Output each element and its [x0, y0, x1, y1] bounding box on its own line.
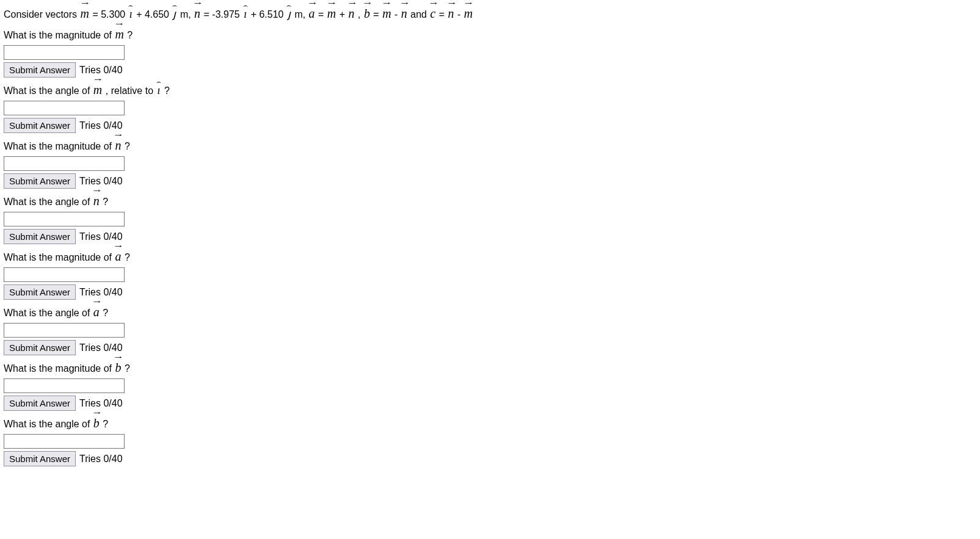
question-block-8: What is the angle of b ? Submit Answer T…	[4, 413, 976, 466]
question-label: ?	[125, 252, 130, 262]
intro-text: =	[318, 9, 327, 20]
question-label: What is the magnitude of	[4, 30, 114, 40]
answer-input-5[interactable]	[4, 267, 125, 282]
vector-n-icon: n	[401, 4, 408, 23]
vector-n-icon: n	[348, 4, 355, 23]
unit-i-icon: ı	[128, 5, 134, 23]
submit-button-8[interactable]: Submit Answer	[4, 451, 76, 466]
submit-button-4[interactable]: Submit Answer	[4, 229, 76, 244]
question-block-5: What is the magnitude of a ? Submit Answ…	[4, 247, 976, 300]
question-8-prompt: What is the angle of b ?	[4, 413, 976, 433]
unit-j-icon: ȷ	[172, 5, 177, 23]
submit-button-5[interactable]: Submit Answer	[4, 284, 76, 300]
submit-button-6[interactable]: Submit Answer	[4, 340, 76, 355]
question-7-prompt: What is the magnitude of b ?	[4, 358, 976, 377]
vector-a-icon: a	[308, 4, 316, 23]
intro-text: +	[339, 9, 348, 20]
vector-m-icon: m	[327, 4, 336, 23]
question-label: What is the angle of	[4, 419, 93, 429]
vector-a-icon: a	[93, 302, 100, 322]
question-label: What is the magnitude of	[4, 252, 114, 262]
question-label: ?	[103, 197, 108, 207]
answer-input-3[interactable]	[4, 156, 125, 171]
intro-text: and	[410, 9, 429, 20]
vector-m-icon: m	[80, 4, 90, 23]
question-block-1: What is the magnitude of m ? Submit Answ…	[4, 24, 976, 78]
answer-input-7[interactable]	[4, 378, 125, 393]
vector-m-icon: m	[463, 4, 473, 23]
question-block-6: What is the angle of a ? Submit Answer T…	[4, 302, 976, 355]
intro-text: =	[373, 9, 382, 20]
question-label: ?	[125, 363, 130, 374]
answer-input-6[interactable]	[4, 323, 125, 338]
vector-m-icon: m	[114, 24, 124, 44]
submit-button-1[interactable]: Submit Answer	[4, 62, 76, 78]
vector-n-icon: n	[114, 136, 122, 155]
vector-n-icon: n	[194, 4, 201, 23]
answer-input-8[interactable]	[4, 434, 125, 449]
question-label: What is the angle of	[4, 197, 93, 207]
answer-input-1[interactable]	[4, 45, 125, 60]
problem-intro: Consider vectors m = 5.300 ı + 4.650 ȷ m…	[4, 4, 976, 23]
vector-n-icon: n	[448, 4, 455, 23]
question-5-prompt: What is the magnitude of a ?	[4, 247, 976, 266]
question-label: ?	[164, 85, 170, 96]
vector-m-icon: m	[382, 4, 391, 23]
question-label: What is the magnitude of	[4, 141, 114, 151]
question-block-7: What is the magnitude of b ? Submit Answ…	[4, 358, 976, 411]
question-block-4: What is the angle of n ? Submit Answer T…	[4, 191, 976, 244]
question-label: ?	[103, 419, 108, 429]
vector-n-icon: n	[93, 191, 100, 211]
question-label: What is the magnitude of	[4, 363, 114, 374]
submit-button-3[interactable]: Submit Answer	[4, 173, 76, 189]
unit-j-icon: ȷ	[286, 5, 292, 23]
answer-input-4[interactable]	[4, 212, 125, 226]
answer-input-2[interactable]	[4, 101, 125, 115]
question-label: ?	[103, 308, 108, 318]
intro-text: Consider vectors	[4, 9, 80, 20]
submit-button-7[interactable]: Submit Answer	[4, 396, 76, 411]
vector-m-icon: m	[93, 80, 103, 99]
question-label: What is the angle of	[4, 85, 93, 96]
question-label: , relative to	[106, 85, 156, 96]
submit-button-2[interactable]: Submit Answer	[4, 118, 76, 133]
question-4-prompt: What is the angle of n ?	[4, 191, 976, 211]
vector-c-icon: c	[429, 4, 436, 23]
intro-text: -	[394, 9, 401, 20]
vector-a-icon: a	[114, 247, 122, 266]
question-block-3: What is the magnitude of n ? Submit Answ…	[4, 136, 976, 189]
question-3-prompt: What is the magnitude of n ?	[4, 136, 976, 155]
question-label: What is the angle of	[4, 308, 93, 318]
tries-counter-8: Tries 0/40	[79, 454, 123, 465]
unit-i-icon: ı	[156, 82, 161, 99]
intro-text: -	[457, 9, 463, 20]
intro-text: ,	[358, 9, 363, 20]
unit-i-icon: ı	[242, 5, 248, 23]
vector-b-icon: b	[93, 413, 100, 433]
question-2-prompt: What is the angle of m , relative to ı ?	[4, 80, 976, 99]
question-6-prompt: What is the angle of a ?	[4, 302, 976, 322]
intro-text: = -3.975	[204, 9, 243, 20]
question-label: ?	[125, 141, 130, 151]
intro-text: m,	[294, 9, 308, 20]
intro-text: + 4.650	[136, 9, 172, 20]
vector-b-icon: b	[114, 358, 122, 377]
question-label: ?	[127, 30, 132, 40]
intro-text: =	[439, 9, 448, 20]
intro-text: m,	[180, 9, 194, 20]
question-block-2: What is the angle of m , relative to ı ?…	[4, 80, 976, 133]
vector-b-icon: b	[363, 4, 371, 23]
intro-text: + 6.510	[251, 9, 286, 20]
question-1-prompt: What is the magnitude of m ?	[4, 24, 976, 44]
